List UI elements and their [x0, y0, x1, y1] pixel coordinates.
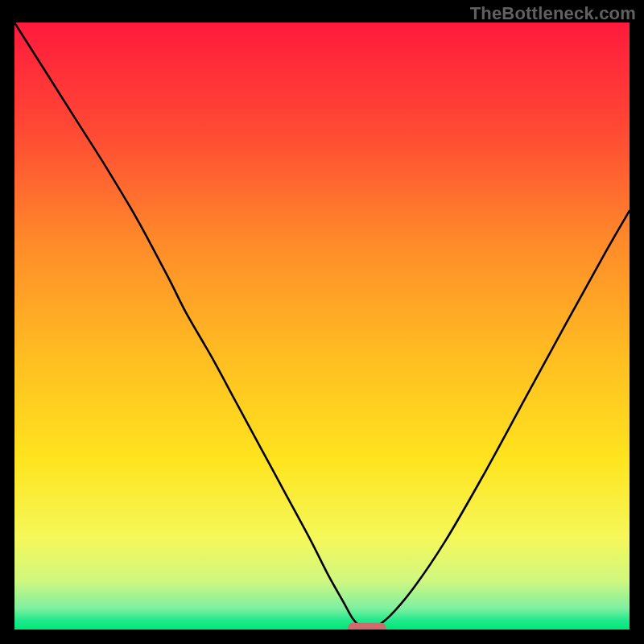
- plot-area: [14, 23, 630, 630]
- min-marker: [348, 623, 386, 630]
- watermark-text: TheBottleneck.com: [470, 3, 636, 24]
- gradient-background: [14, 23, 630, 630]
- chart-frame: TheBottleneck.com: [0, 0, 644, 644]
- plot-svg: [14, 23, 630, 630]
